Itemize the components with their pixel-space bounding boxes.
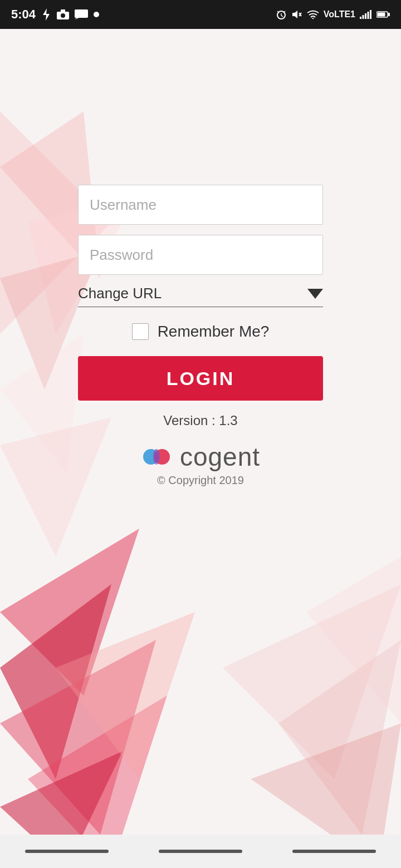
mute-icon bbox=[291, 9, 302, 20]
nav-bar bbox=[0, 835, 401, 868]
svg-rect-20 bbox=[370, 10, 371, 19]
signal-icon bbox=[360, 10, 372, 19]
svg-rect-23 bbox=[378, 13, 385, 17]
bolt-icon bbox=[41, 8, 51, 21]
status-right: VoLTE1 bbox=[276, 9, 390, 20]
remember-me-label: Remember Me? bbox=[158, 323, 270, 341]
wifi-icon bbox=[307, 10, 319, 19]
svg-point-42 bbox=[153, 449, 160, 465]
alarm-icon bbox=[276, 9, 287, 20]
form-container: Change URL Remember Me? LOGIN Version : … bbox=[78, 185, 323, 487]
svg-point-2 bbox=[61, 13, 65, 18]
sms-icon bbox=[75, 9, 88, 19]
svg-marker-5 bbox=[75, 18, 79, 19]
change-url-row[interactable]: Change URL bbox=[78, 285, 323, 307]
svg-marker-0 bbox=[43, 8, 50, 21]
nav-pill-2[interactable] bbox=[159, 850, 242, 853]
time-display: 5:04 bbox=[11, 7, 36, 22]
status-bar: 5:04 bbox=[0, 0, 401, 29]
svg-rect-16 bbox=[360, 17, 361, 19]
svg-rect-18 bbox=[365, 13, 366, 19]
svg-rect-4 bbox=[75, 9, 88, 18]
svg-rect-3 bbox=[61, 9, 65, 12]
svg-rect-22 bbox=[388, 13, 390, 16]
svg-line-9 bbox=[281, 16, 283, 17]
chevron-down-icon bbox=[307, 289, 323, 299]
brand-name: cogent bbox=[180, 442, 260, 472]
status-left: 5:04 bbox=[11, 7, 99, 22]
main-content: Change URL Remember Me? LOGIN Version : … bbox=[0, 29, 401, 868]
version-text: Version : 1.3 bbox=[163, 413, 237, 428]
battery-icon bbox=[376, 11, 390, 18]
camera-icon bbox=[57, 9, 69, 19]
nav-pill-1[interactable] bbox=[25, 850, 109, 853]
change-url-label: Change URL bbox=[78, 285, 162, 302]
remember-me-checkbox[interactable] bbox=[132, 323, 149, 340]
svg-marker-12 bbox=[292, 11, 297, 18]
dot-icon bbox=[94, 12, 99, 17]
username-input[interactable] bbox=[78, 185, 323, 225]
svg-point-6 bbox=[94, 12, 99, 17]
svg-rect-19 bbox=[368, 12, 369, 19]
svg-point-15 bbox=[312, 18, 314, 19]
copyright-text: © Copyright 2019 bbox=[157, 474, 244, 487]
remember-me-row: Remember Me? bbox=[132, 323, 270, 341]
cogent-logo-icon bbox=[141, 443, 174, 471]
login-button[interactable]: LOGIN bbox=[78, 356, 323, 401]
logo-area: cogent © Copyright 2019 bbox=[141, 442, 260, 487]
logo-container: cogent bbox=[141, 442, 260, 472]
svg-rect-17 bbox=[363, 15, 364, 19]
password-input[interactable] bbox=[78, 235, 323, 275]
network-icon: VoLTE1 bbox=[324, 9, 355, 19]
nav-pill-3[interactable] bbox=[292, 850, 376, 853]
